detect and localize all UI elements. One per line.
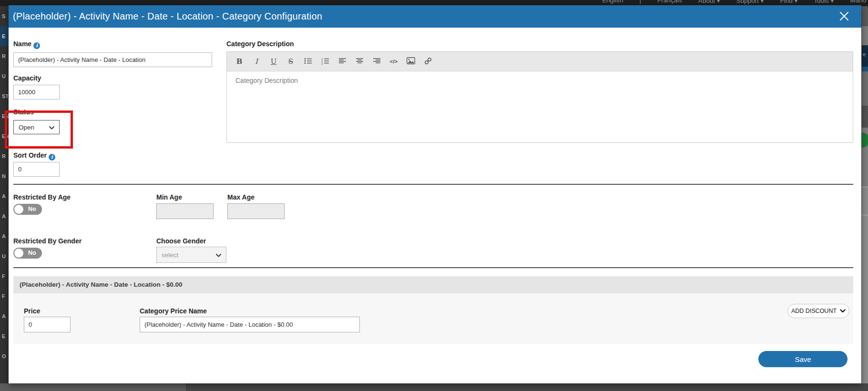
code-view-icon: </> [390, 59, 398, 64]
top-nav-link[interactable]: Tools ▾ [814, 0, 834, 4]
max-age-label: Max Age [227, 193, 255, 201]
sidebar-text-fragment: A [0, 226, 9, 246]
toggle-state-label: No [28, 206, 36, 212]
editor-toolbar: B I U S 123 </> [227, 52, 853, 71]
background-fragment [862, 6, 868, 26]
top-nav-link[interactable]: Find ▾ [780, 0, 797, 4]
restricted-by-age-label: Restricted By Age [13, 193, 71, 201]
sort-order-input[interactable] [13, 162, 60, 177]
top-nav-link[interactable]: About ▾ [698, 0, 720, 4]
link-icon [424, 57, 432, 66]
top-nav-link[interactable]: Français [657, 0, 682, 4]
sidebar-text-fragment: A [0, 186, 9, 206]
restricted-by-age-toggle[interactable]: No [13, 204, 42, 215]
add-discount-button[interactable]: ADD DISCOUNT [787, 304, 849, 318]
info-icon: i [49, 154, 55, 160]
status-selected-value: Open [19, 124, 34, 131]
top-nav-link[interactable]: Mario [850, 0, 866, 4]
background-fragment [862, 71, 868, 106]
name-input[interactable] [13, 52, 212, 67]
italic-icon: I [255, 57, 258, 66]
toolbar-italic-button[interactable]: I [248, 52, 265, 71]
toggle-knob [14, 205, 23, 214]
background-fragment [862, 26, 868, 45]
chevron-down-icon [840, 308, 846, 314]
toolbar-bold-button[interactable]: B [231, 52, 248, 71]
toolbar-align-right-button[interactable] [368, 52, 385, 71]
background-fragment [862, 187, 868, 215]
category-description-label: Category Description [226, 40, 294, 48]
category-price-name-input[interactable] [140, 317, 360, 332]
top-nav-link[interactable]: English [602, 0, 623, 4]
modal-header: (Placeholder) - Activity Name - Date - L… [9, 5, 861, 28]
capacity-label: Capacity [13, 74, 41, 82]
toolbar-unordered-list-button[interactable] [299, 52, 317, 71]
toolbar-link-button[interactable] [419, 52, 437, 71]
sidebar-text-fragment: N [0, 166, 9, 186]
background-bottom-edge [0, 383, 868, 391]
background-left-sidebar: SERUSTENENRNAAAUFFAEO [0, 6, 9, 391]
top-nav-link[interactable]: Support ▾ [736, 0, 764, 4]
toolbar-align-center-button[interactable] [351, 52, 368, 71]
picture-icon [407, 57, 415, 66]
align-right-icon [373, 57, 381, 66]
sidebar-text-fragment: S [0, 6, 9, 26]
background-right-edge: e [862, 6, 868, 391]
toolbar-code-view-button[interactable]: </> [385, 52, 402, 71]
close-icon [839, 16, 849, 23]
status-label: Status [13, 108, 34, 116]
top-nav-link[interactable]: | [639, 0, 641, 4]
sidebar-text-fragment: ST [0, 86, 9, 106]
toolbar-strikethrough-button[interactable]: S [282, 52, 299, 71]
svg-text:3: 3 [321, 62, 323, 65]
toolbar-ordered-list-button[interactable]: 123 [317, 52, 334, 71]
toolbar-picture-button[interactable] [402, 52, 419, 71]
add-discount-label: ADD DISCOUNT [791, 308, 837, 314]
toolbar-align-left-button[interactable] [334, 52, 351, 71]
max-age-input [227, 203, 285, 219]
min-age-label: Min Age [156, 193, 182, 201]
bold-icon: B [236, 57, 243, 66]
sidebar-text-fragment: A [0, 206, 9, 226]
chevron-down-icon [49, 124, 54, 131]
align-left-icon [338, 57, 347, 66]
category-price-name-label: Category Price Name [140, 307, 207, 315]
sidebar-text-fragment: EN [0, 106, 9, 126]
min-age-input [156, 203, 214, 219]
background-fragment [0, 383, 186, 391]
capacity-input[interactable] [13, 85, 60, 100]
sidebar-text-fragment: O [0, 346, 9, 366]
category-description-input[interactable]: Category Description [227, 71, 853, 143]
toolbar-underline-button[interactable]: U [265, 52, 282, 71]
toggle-state-label: No [28, 250, 36, 256]
strikethrough-icon: S [288, 57, 293, 66]
background-fragment [862, 106, 868, 128]
restricted-by-gender-label: Restricted By Gender [13, 237, 82, 245]
sidebar-text-fragment: U [0, 66, 9, 86]
price-section-header: (Placeholder) - Activity Name - Date - L… [13, 276, 853, 293]
sidebar-text-fragment: E [0, 26, 9, 46]
restricted-by-gender-toggle[interactable]: No [13, 248, 42, 259]
category-configuration-modal: (Placeholder) - Activity Name - Date - L… [9, 5, 861, 383]
sidebar-text-fragment: F [0, 286, 9, 306]
chevron-down-icon [216, 251, 221, 259]
unordered-list-icon [304, 57, 312, 66]
underline-icon: U [271, 57, 277, 66]
toggle-knob [14, 249, 23, 258]
sidebar-text-fragment: A [0, 306, 9, 326]
divider [13, 184, 853, 185]
price-section-body: ADD DISCOUNT Price Category Price Name [13, 293, 853, 344]
sidebar-text-fragment: U [0, 246, 9, 266]
save-button[interactable]: Save [758, 351, 848, 367]
sidebar-text-fragment: E [0, 326, 9, 346]
background-green-circle-fragment [862, 132, 868, 148]
price-input[interactable] [24, 317, 71, 332]
sidebar-text-fragment: F [0, 266, 9, 286]
price-label: Price [24, 307, 40, 315]
status-select[interactable]: Open [13, 120, 60, 134]
sidebar-text-fragment: EN [0, 126, 9, 146]
ordered-list-icon: 123 [321, 57, 329, 66]
align-center-icon [356, 57, 364, 66]
top-nav-items: English|FrançaisAbout ▾Support ▾Find ▾To… [602, 0, 866, 4]
close-button[interactable] [838, 11, 850, 22]
